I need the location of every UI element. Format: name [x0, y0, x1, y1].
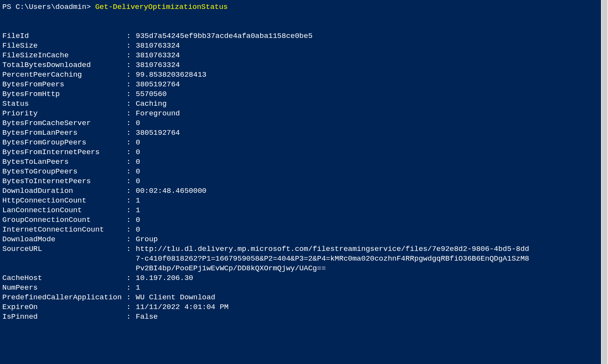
property-separator: : — [126, 128, 136, 138]
property-name: InternetConnectionCount — [2, 225, 126, 235]
property-separator: : — [126, 293, 136, 302]
property-name: CacheHost — [2, 273, 126, 283]
output-row: HttpConnectionCount : 1 — [2, 196, 606, 206]
scrollbar[interactable] — [601, 0, 608, 364]
url-continuation: Pv2BI4bp/PooEPj1wEvWCp/DD8kQXOrmQjwy/UAC… — [2, 264, 606, 273]
output-row: BytesFromInternetPeers : 0 — [2, 148, 606, 157]
property-value: 11/11/2022 4:01:04 PM — [136, 302, 606, 312]
property-separator: : — [126, 80, 136, 89]
property-name: BytesFromLanPeers — [2, 128, 126, 138]
property-value: 0 — [136, 167, 606, 177]
property-value: 0 — [136, 148, 606, 157]
property-value: 0 — [136, 225, 606, 235]
property-separator: : — [126, 148, 136, 157]
property-name: IsPinned — [2, 312, 126, 322]
output-row: BytesToLanPeers : 0 — [2, 157, 606, 167]
output-row: SourceURL : http://tlu.dl.delivery.mp.mi… — [2, 244, 606, 254]
output-row: NumPeers : 1 — [2, 283, 606, 293]
property-name: BytesToLanPeers — [2, 157, 126, 167]
property-value: 99.8538203628413 — [136, 70, 606, 80]
property-separator: : — [126, 186, 136, 196]
property-separator: : — [126, 99, 136, 109]
property-separator: : — [126, 89, 136, 99]
property-separator: : — [126, 51, 136, 60]
property-separator: : — [126, 312, 136, 322]
command-prompt-line: PS C:\Users\doadmin> Get-DeliveryOptimiz… — [2, 2, 606, 12]
output-row: BytesToGroupPeers : 0 — [2, 167, 606, 177]
property-separator: : — [126, 167, 136, 177]
property-value: 0 — [136, 138, 606, 148]
property-name: NumPeers — [2, 283, 126, 293]
property-separator: : — [126, 157, 136, 167]
property-name: BytesFromPeers — [2, 80, 126, 89]
property-separator: : — [126, 70, 136, 80]
property-name: Status — [2, 99, 126, 109]
output-row: BytesFromGroupPeers : 0 — [2, 138, 606, 148]
property-value: Group — [136, 235, 606, 244]
property-name: ExpireOn — [2, 302, 126, 312]
output-row: PercentPeerCaching : 99.8538203628413 — [2, 70, 606, 80]
output-row: IsPinned : False — [2, 312, 606, 322]
output-row: BytesFromLanPeers : 3805192764 — [2, 128, 606, 138]
property-name: PredefinedCallerApplication — [2, 293, 126, 302]
property-name: DownloadDuration — [2, 186, 126, 196]
property-name: FileId — [2, 31, 126, 41]
property-value: 1 — [136, 206, 606, 215]
property-value: 1 — [136, 196, 606, 206]
output-row: TotalBytesDownloaded : 3810763324 — [2, 60, 606, 70]
output-row: PredefinedCallerApplication : WU Client … — [2, 293, 606, 302]
property-separator: : — [126, 283, 136, 293]
property-name: BytesFromHttp — [2, 89, 126, 99]
property-separator: : — [126, 31, 136, 41]
output-row: DownloadMode : Group — [2, 235, 606, 244]
output-row: FileSize : 3810763324 — [2, 41, 606, 51]
property-value: 5570560 — [136, 89, 606, 99]
property-name: LanConnectionCount — [2, 206, 126, 215]
property-value: 935d7a54245ef9bb37acde4afa0aba1158ce0be5 — [136, 31, 606, 41]
property-value: Caching — [136, 99, 606, 109]
output-row: FileId : 935d7a54245ef9bb37acde4afa0aba1… — [2, 31, 606, 41]
prompt-command: Get-DeliveryOptimizationStatus — [95, 3, 228, 11]
output-row: ExpireOn : 11/11/2022 4:01:04 PM — [2, 302, 606, 312]
property-value: 3805192764 — [136, 128, 606, 138]
property-value: 3810763324 — [136, 60, 606, 70]
property-separator: : — [126, 273, 136, 283]
property-value: 00:02:48.4650000 — [136, 186, 606, 196]
output-row: GroupConnectionCount : 0 — [2, 215, 606, 225]
output-row: BytesToInternetPeers : 0 — [2, 177, 606, 186]
output-row: CacheHost : 10.197.206.30 — [2, 273, 606, 283]
property-separator: : — [126, 235, 136, 244]
property-value: http://tlu.dl.delivery.mp.microsoft.com/… — [136, 244, 606, 254]
output-row: Priority : Foreground — [2, 109, 606, 118]
property-value: Foreground — [136, 109, 606, 118]
property-name: PercentPeerCaching — [2, 70, 126, 80]
property-name: FileSizeInCache — [2, 51, 126, 60]
output-row: DownloadDuration : 00:02:48.4650000 — [2, 186, 606, 196]
property-name: SourceURL — [2, 244, 126, 254]
property-value: 0 — [136, 177, 606, 186]
property-name: GroupConnectionCount — [2, 215, 126, 225]
output-row: InternetConnectionCount : 0 — [2, 225, 606, 235]
property-name: BytesFromGroupPeers — [2, 138, 126, 148]
property-separator: : — [126, 138, 136, 148]
property-name: BytesToInternetPeers — [2, 177, 126, 186]
property-separator: : — [126, 206, 136, 215]
property-separator: : — [126, 109, 136, 118]
property-value: 1 — [136, 283, 606, 293]
property-value: WU Client Download — [136, 293, 606, 302]
property-value: 0 — [136, 157, 606, 167]
property-name: HttpConnectionCount — [2, 196, 126, 206]
prompt-prefix: PS C:\Users\doadmin> — [2, 3, 95, 11]
property-value: 3810763324 — [136, 41, 606, 51]
property-separator: : — [126, 60, 136, 70]
url-continuation: 7-c410f0818262?P1=1667959058&P2=404&P3=2… — [2, 254, 606, 264]
scrollbar-thumb[interactable] — [602, 0, 607, 364]
property-name: BytesToGroupPeers — [2, 167, 126, 177]
output-row: BytesFromCacheServer : 0 — [2, 118, 606, 128]
property-separator: : — [126, 302, 136, 312]
output-row: BytesFromHttp : 5570560 — [2, 89, 606, 99]
property-name: BytesFromInternetPeers — [2, 148, 126, 157]
property-separator: : — [126, 118, 136, 128]
property-separator: : — [126, 225, 136, 235]
property-name: Priority — [2, 109, 126, 118]
